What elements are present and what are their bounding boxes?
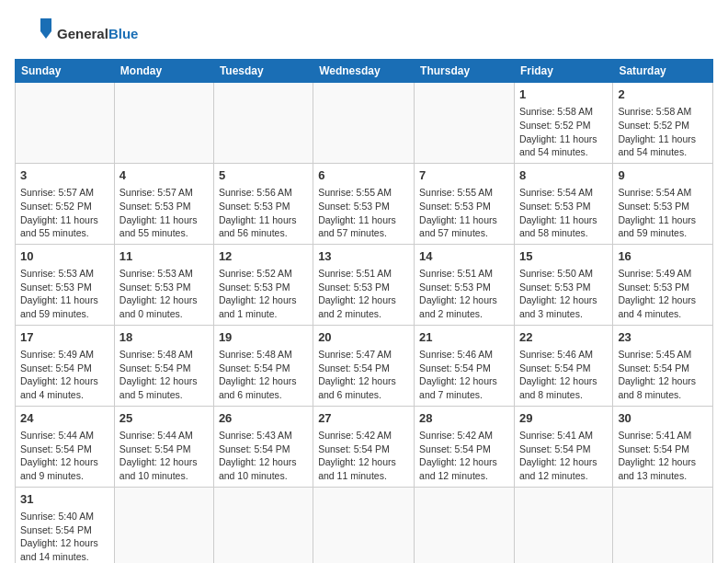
- calendar-cell: 22Sunrise: 5:46 AM Sunset: 5:54 PM Dayli…: [514, 325, 612, 406]
- svg-rect-0: [40, 18, 51, 31]
- day-info: Sunrise: 5:42 AM Sunset: 5:54 PM Dayligh…: [318, 429, 409, 483]
- day-number: 15: [519, 248, 608, 265]
- day-info: Sunrise: 5:53 AM Sunset: 5:53 PM Dayligh…: [20, 267, 109, 321]
- calendar-cell: 10Sunrise: 5:53 AM Sunset: 5:53 PM Dayli…: [16, 244, 115, 325]
- calendar-week-0: 1Sunrise: 5:58 AM Sunset: 5:52 PM Daylig…: [16, 83, 713, 164]
- logo-blue: Blue: [108, 26, 139, 41]
- day-number: 18: [119, 329, 209, 346]
- day-number: 11: [119, 248, 209, 265]
- day-number: 22: [519, 329, 608, 346]
- calendar-cell: [415, 83, 515, 164]
- day-info: Sunrise: 5:53 AM Sunset: 5:53 PM Dayligh…: [119, 267, 209, 321]
- calendar-cell: 19Sunrise: 5:48 AM Sunset: 5:54 PM Dayli…: [213, 325, 313, 406]
- calendar-cell: [415, 487, 515, 563]
- day-info: Sunrise: 5:48 AM Sunset: 5:54 PM Dayligh…: [219, 348, 308, 402]
- day-info: Sunrise: 5:42 AM Sunset: 5:54 PM Dayligh…: [419, 429, 509, 483]
- header-day-friday: Friday: [514, 60, 612, 83]
- day-info: Sunrise: 5:49 AM Sunset: 5:53 PM Dayligh…: [618, 267, 708, 321]
- calendar-table: SundayMondayTuesdayWednesdayThursdayFrid…: [15, 59, 713, 563]
- calendar-cell: 7Sunrise: 5:55 AM Sunset: 5:53 PM Daylig…: [415, 163, 515, 244]
- day-info: Sunrise: 5:58 AM Sunset: 5:52 PM Dayligh…: [519, 105, 608, 159]
- day-number: 23: [618, 329, 708, 346]
- calendar-cell: 18Sunrise: 5:48 AM Sunset: 5:54 PM Dayli…: [114, 325, 213, 406]
- day-number: 21: [419, 329, 509, 346]
- calendar-cell: 11Sunrise: 5:53 AM Sunset: 5:53 PM Dayli…: [114, 244, 213, 325]
- day-number: 3: [20, 167, 109, 184]
- calendar-cell: 9Sunrise: 5:54 AM Sunset: 5:53 PM Daylig…: [613, 163, 713, 244]
- day-number: 2: [618, 86, 708, 103]
- day-number: 12: [219, 248, 308, 265]
- calendar-cell: 20Sunrise: 5:47 AM Sunset: 5:54 PM Dayli…: [313, 325, 415, 406]
- calendar-week-4: 24Sunrise: 5:44 AM Sunset: 5:54 PM Dayli…: [16, 406, 713, 487]
- day-info: Sunrise: 5:57 AM Sunset: 5:53 PM Dayligh…: [119, 186, 209, 240]
- calendar-cell: 23Sunrise: 5:45 AM Sunset: 5:54 PM Dayli…: [613, 325, 713, 406]
- day-info: Sunrise: 5:44 AM Sunset: 5:54 PM Dayligh…: [20, 429, 109, 483]
- calendar-cell: 8Sunrise: 5:54 AM Sunset: 5:53 PM Daylig…: [514, 163, 612, 244]
- day-number: 26: [219, 410, 308, 427]
- svg-marker-1: [40, 31, 51, 39]
- day-info: Sunrise: 5:50 AM Sunset: 5:53 PM Dayligh…: [519, 267, 608, 321]
- day-number: 5: [219, 167, 308, 184]
- calendar-cell: 29Sunrise: 5:41 AM Sunset: 5:54 PM Dayli…: [514, 406, 612, 487]
- day-info: Sunrise: 5:48 AM Sunset: 5:54 PM Dayligh…: [119, 348, 209, 402]
- day-info: Sunrise: 5:41 AM Sunset: 5:54 PM Dayligh…: [519, 429, 608, 483]
- calendar-cell: [114, 83, 213, 164]
- calendar-cell: 13Sunrise: 5:51 AM Sunset: 5:53 PM Dayli…: [313, 244, 415, 325]
- calendar-cell: [613, 487, 713, 563]
- day-number: 8: [519, 167, 608, 184]
- day-number: 19: [219, 329, 308, 346]
- day-info: Sunrise: 5:46 AM Sunset: 5:54 PM Dayligh…: [419, 348, 509, 402]
- day-number: 25: [119, 410, 209, 427]
- day-number: 20: [318, 329, 409, 346]
- calendar-cell: 31Sunrise: 5:40 AM Sunset: 5:54 PM Dayli…: [16, 487, 115, 563]
- day-info: Sunrise: 5:43 AM Sunset: 5:54 PM Dayligh…: [219, 429, 308, 483]
- calendar-cell: 26Sunrise: 5:43 AM Sunset: 5:54 PM Dayli…: [213, 406, 313, 487]
- day-info: Sunrise: 5:58 AM Sunset: 5:52 PM Dayligh…: [618, 105, 708, 159]
- calendar-cell: 3Sunrise: 5:57 AM Sunset: 5:52 PM Daylig…: [16, 163, 115, 244]
- calendar-cell: 25Sunrise: 5:44 AM Sunset: 5:54 PM Dayli…: [114, 406, 213, 487]
- day-info: Sunrise: 5:55 AM Sunset: 5:53 PM Dayligh…: [419, 186, 509, 240]
- day-number: 4: [119, 167, 209, 184]
- day-number: 9: [618, 167, 708, 184]
- calendar-cell: [213, 83, 313, 164]
- calendar-cell: 24Sunrise: 5:44 AM Sunset: 5:54 PM Dayli…: [16, 406, 115, 487]
- calendar-week-2: 10Sunrise: 5:53 AM Sunset: 5:53 PM Dayli…: [16, 244, 713, 325]
- header-day-tuesday: Tuesday: [213, 60, 313, 83]
- day-number: 7: [419, 167, 509, 184]
- day-info: Sunrise: 5:40 AM Sunset: 5:54 PM Dayligh…: [20, 510, 109, 563]
- calendar-cell: 4Sunrise: 5:57 AM Sunset: 5:53 PM Daylig…: [114, 163, 213, 244]
- day-info: Sunrise: 5:55 AM Sunset: 5:53 PM Dayligh…: [318, 186, 409, 240]
- calendar-cell: 1Sunrise: 5:58 AM Sunset: 5:52 PM Daylig…: [514, 83, 612, 164]
- calendar-cell: [514, 487, 612, 563]
- calendar-week-3: 17Sunrise: 5:49 AM Sunset: 5:54 PM Dayli…: [16, 325, 713, 406]
- calendar-cell: [313, 487, 415, 563]
- calendar-cell: 5Sunrise: 5:56 AM Sunset: 5:53 PM Daylig…: [213, 163, 313, 244]
- day-info: Sunrise: 5:49 AM Sunset: 5:54 PM Dayligh…: [20, 348, 109, 402]
- day-number: 6: [318, 167, 409, 184]
- day-info: Sunrise: 5:47 AM Sunset: 5:54 PM Dayligh…: [318, 348, 409, 402]
- calendar-cell: 14Sunrise: 5:51 AM Sunset: 5:53 PM Dayli…: [415, 244, 515, 325]
- calendar-cell: [16, 83, 115, 164]
- calendar-cell: [213, 487, 313, 563]
- calendar-cell: [313, 83, 415, 164]
- calendar-cell: 12Sunrise: 5:52 AM Sunset: 5:53 PM Dayli…: [213, 244, 313, 325]
- header-day-thursday: Thursday: [415, 60, 515, 83]
- calendar-week-5: 31Sunrise: 5:40 AM Sunset: 5:54 PM Dayli…: [16, 487, 713, 563]
- day-info: Sunrise: 5:41 AM Sunset: 5:54 PM Dayligh…: [618, 429, 708, 483]
- header-row: SundayMondayTuesdayWednesdayThursdayFrid…: [16, 60, 713, 83]
- day-number: 28: [419, 410, 509, 427]
- day-number: 1: [519, 86, 608, 103]
- day-info: Sunrise: 5:54 AM Sunset: 5:53 PM Dayligh…: [618, 186, 708, 240]
- calendar-header: SundayMondayTuesdayWednesdayThursdayFrid…: [16, 60, 713, 83]
- header-day-sunday: Sunday: [16, 60, 115, 83]
- header-day-monday: Monday: [114, 60, 213, 83]
- logo-icon: [15, 15, 53, 53]
- calendar-cell: 2Sunrise: 5:58 AM Sunset: 5:52 PM Daylig…: [613, 83, 713, 164]
- header-day-saturday: Saturday: [613, 60, 713, 83]
- day-info: Sunrise: 5:51 AM Sunset: 5:53 PM Dayligh…: [419, 267, 509, 321]
- day-number: 17: [20, 329, 109, 346]
- calendar-cell: 30Sunrise: 5:41 AM Sunset: 5:54 PM Dayli…: [613, 406, 713, 487]
- day-info: Sunrise: 5:57 AM Sunset: 5:52 PM Dayligh…: [20, 186, 109, 240]
- calendar-cell: 15Sunrise: 5:50 AM Sunset: 5:53 PM Dayli…: [514, 244, 612, 325]
- logo-general: General: [57, 26, 108, 41]
